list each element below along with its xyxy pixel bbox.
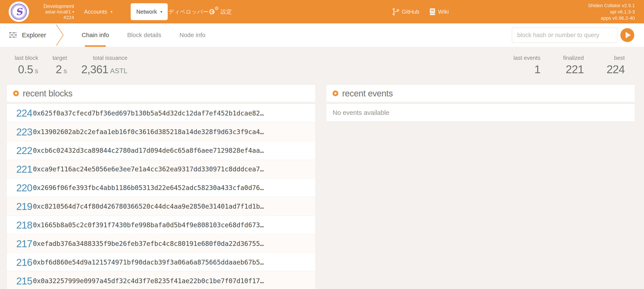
chain-network: astar-local/1▾ <box>26 9 74 15</box>
block-hash: 0xca9ef116ac24e5056e6e3ee7e1a4cc362ea931… <box>33 165 264 173</box>
block-number-link[interactable]: 218 <box>7 219 24 231</box>
block-hash: 0x0a32257999e0997a45df32c4d3f7e8235f41ae… <box>33 277 264 285</box>
block-hash: 0xefadb376a3488335f9be26feb37efbc4c8c801… <box>33 240 264 248</box>
search-input[interactable] <box>512 28 617 43</box>
recent-events-title: recent events <box>342 88 393 98</box>
app-title: Explorer <box>22 32 46 39</box>
tab-list: Chain info Block details Node info <box>82 24 206 47</box>
tab-block-details[interactable]: Block details <box>127 24 161 47</box>
block-number-link[interactable]: 216 <box>7 256 24 268</box>
block-row: 217 0xefadb376a3488335f9be26feb37efbc4c8… <box>7 234 316 253</box>
block-hash: 0xcb6c02432d3ca89844c2780ad17d094de6c65a… <box>33 147 264 154</box>
block-hash: 0xc8210564d7c4f80d426780366520c44dc4aa9e… <box>33 202 264 210</box>
apps-version: apps v0.96.2-40 <box>588 15 635 21</box>
block-row: 220 0x2696f06fe393fbc4abb1186b05313d22e6… <box>7 178 316 197</box>
block-row: 218 0x1665b8a05c2c0f391f7430bfe998bafa0d… <box>7 216 316 234</box>
block-number-link[interactable]: 217 <box>7 238 24 250</box>
block-row: 219 0xc8210564d7c4f80d426780366520c44dc4… <box>7 197 316 216</box>
explorer-toolbar: Explorer Chain info Block details Node i… <box>0 24 644 47</box>
shiden-s-icon: S <box>15 6 23 18</box>
block-number-link[interactable]: 221 <box>7 163 24 175</box>
node-version: Shiden Collator v2.5.1 <box>588 2 635 9</box>
divider-chevron-icon <box>56 24 64 47</box>
api-version: api v6.1.3-3 <box>588 9 635 15</box>
block-row: 215 0x0a32257999e0997a45df32c4d3f7e8235f… <box>7 272 316 289</box>
chain-name: Development <box>26 4 74 9</box>
block-number-link[interactable]: 220 <box>7 182 24 194</box>
chain-stats-right: last events 1 finalized 221 best 224 <box>514 54 625 76</box>
block-number-link[interactable]: 222 <box>7 145 24 156</box>
block-hash: 0x625f0a37cfecd7bf36ed697b130b5a54d32dc1… <box>33 110 264 117</box>
gears-icon: ⚙ ⚙ <box>208 7 218 16</box>
tab-chain-info[interactable]: Chain info <box>82 24 109 47</box>
block-hash: 0xbf6d860e54d9a121574971bf90dacb39f3a06a… <box>33 258 264 266</box>
chain-stats: last block 0.5s target 2s total issuance… <box>0 54 644 80</box>
link-github[interactable]: GitHub <box>392 0 419 24</box>
recent-blocks-title: recent blocks <box>23 88 72 98</box>
recent-blocks-table: 224 0x625f0a37cfecd7bf36ed697b130b5a54d3… <box>6 104 316 289</box>
version-info: Shiden Collator v2.5.1 api v6.1.3-3 apps… <box>588 2 635 21</box>
book-icon <box>428 8 436 16</box>
search-submit-button[interactable] <box>620 28 634 42</box>
stat-best: best 224 <box>606 54 625 76</box>
app-switcher[interactable]: Explorer <box>9 24 46 47</box>
chain-stats-left: last block 0.5s target 2s total issuance… <box>15 54 128 76</box>
menu-network[interactable]: Network ▾ <box>131 3 168 20</box>
block-row: 223 0x13902602ab2c2efaa1eb16f0c3616d3852… <box>7 122 316 141</box>
logo-ring: S <box>11 4 27 20</box>
bullet-dot-icon <box>13 90 19 96</box>
block-row: 222 0xcb6c02432d3ca89844c2780ad17d094de6… <box>7 141 316 160</box>
play-icon <box>626 32 631 38</box>
menu-settings[interactable]: ⚙ ⚙ 設定 <box>208 0 232 24</box>
no-events-message: No events available <box>332 109 390 116</box>
app-header: S Development astar-local/1▾ #224 Accoun… <box>0 0 644 24</box>
stat-last-events: last events 1 <box>514 54 540 76</box>
chevron-down-icon: ▾ <box>110 10 112 14</box>
block-number-link[interactable]: 224 <box>7 107 24 119</box>
block-row: 221 0xca9ef116ac24e5056e6e3ee7e1a4cc362e… <box>7 160 316 178</box>
link-wiki[interactable]: Wiki <box>428 0 449 24</box>
menu-accounts[interactable]: Accounts ▾ <box>84 0 112 24</box>
chain-best-block: #224 <box>26 15 74 20</box>
chevron-down-icon: ▾ <box>159 10 162 14</box>
chain-selector[interactable]: Development astar-local/1▾ #224 <box>26 4 74 20</box>
block-hash: 0x1665b8a05c2c0f391f7430bfe998bafa0d5b4f… <box>33 221 264 229</box>
grid-icon <box>9 32 17 38</box>
block-hash: 0x2696f06fe393fbc4abb1186b05313d22e6452a… <box>33 184 264 192</box>
block-hash: 0x13902602ab2c2efaa1eb16f0c3616d385218a1… <box>33 128 264 136</box>
bullet-dot-icon <box>332 90 338 96</box>
stat-total-issuance: total issuance 2,361ASTL <box>81 54 128 76</box>
block-number-link[interactable]: 219 <box>7 200 24 212</box>
menu-developer[interactable]: ディベロッパー ▾ <box>168 0 214 24</box>
recent-blocks-header: recent blocks <box>6 84 316 102</box>
block-number-link[interactable]: 223 <box>7 126 24 138</box>
block-search <box>512 24 634 47</box>
tab-node-info[interactable]: Node info <box>180 24 206 47</box>
stat-last-block: last block 0.5s <box>15 54 38 76</box>
stat-target: target 2s <box>52 54 67 76</box>
git-branch-icon <box>392 8 400 16</box>
block-row: 224 0x625f0a37cfecd7bf36ed697b130b5a54d3… <box>7 104 316 122</box>
block-row: 216 0xbf6d860e54d9a121574971bf90dacb39f3… <box>7 253 316 272</box>
logo-ring-inner: S <box>12 5 26 18</box>
recent-events-table: No events available <box>326 104 635 122</box>
chevron-down-icon: ▾ <box>71 10 74 14</box>
block-number-link[interactable]: 215 <box>7 275 24 287</box>
recent-events-header: recent events <box>326 84 635 102</box>
stat-finalized: finalized 221 <box>563 54 584 76</box>
